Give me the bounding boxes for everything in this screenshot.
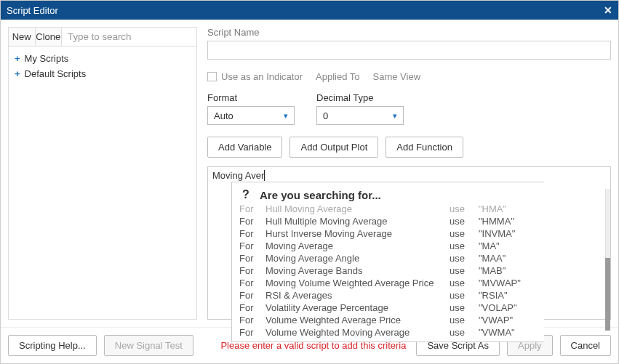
suggest-code: "INVMA" [479,228,537,239]
options-row: Use as an Indicator Applied To Same View [207,71,611,82]
expand-icon[interactable]: + [15,53,20,64]
action-buttons-row: Add Variable Add Output Plot Add Functio… [207,137,611,158]
scrollbar-track[interactable] [605,189,610,315]
content-area: New Clone +My Scripts +Default Scripts S… [1,20,618,327]
suggest-code: "HMMA" [479,216,537,227]
suggest-code: "MAA" [479,253,537,264]
script-name-label: Script Name [207,27,611,38]
autocomplete-item[interactable]: ForHull Moving Averageuse"HMA" [232,203,544,215]
suggest-use: use [450,203,479,214]
suggest-code: "VWAP" [479,315,537,325]
add-output-plot-button[interactable]: Add Output Plot [289,137,378,158]
applied-to-label: Applied To [316,71,359,82]
suggest-name: Volatility Average Percentage [265,302,450,313]
autocomplete-list: ForHull Moving Averageuse"HMA"ForHull Mu… [232,203,544,339]
tree-label: Default Scripts [25,68,87,79]
add-function-button[interactable]: Add Function [386,137,463,158]
script-editor-textarea[interactable]: Moving Aver ? Are you searching for... F… [207,166,611,320]
autocomplete-header: ? Are you searching for... [232,182,544,203]
autocomplete-item[interactable]: ForVolume Weighted Moving Averageuse"VWM… [232,326,544,339]
editor-panel: Script Name Use as an Indicator Applied … [207,27,611,320]
suggest-for: For [239,315,265,325]
autocomplete-item[interactable]: ForRSI & Averagesuse"RSIA" [232,289,544,302]
format-dropdown[interactable]: Auto ▾ [207,106,295,125]
suggest-code: "VWMA" [479,327,537,338]
autocomplete-item[interactable]: ForHurst Inverse Moving Averageuse"INVMA… [232,227,544,240]
autocomplete-item[interactable]: ForMoving Volume Weighted Average Priceu… [232,277,544,289]
suggest-for: For [239,278,265,288]
suggest-for: For [239,265,265,276]
suggest-for: For [239,327,265,338]
suggest-for: For [239,216,265,227]
decimal-type-label: Decimal Type [316,92,404,103]
footer-left: Scripting Help... New Signal Test [8,335,193,356]
use-as-indicator-checkbox[interactable]: Use as an Indicator [207,71,303,82]
suggest-name: Volume Weighted Moving Average [265,327,450,338]
checkbox-label: Use as an Indicator [221,71,303,82]
autocomplete-item[interactable]: ForMoving Averageuse"MA" [232,240,544,252]
suggest-name: Hull Moving Average [265,203,450,214]
window-title: Script Editor [7,5,58,16]
expand-icon[interactable]: + [15,68,20,79]
format-label: Format [207,92,295,103]
format-col: Format Auto ▾ [207,92,295,125]
autocomplete-popup: ? Are you searching for... ForHull Movin… [231,182,544,342]
new-button[interactable]: New [9,28,36,46]
script-name-input[interactable] [207,41,611,60]
scrollbar-thumb[interactable] [605,258,610,331]
chevron-down-icon: ▾ [284,111,288,121]
suggest-name: Volume Weighted Average Price [265,315,450,325]
suggest-use: use [450,216,479,227]
suggest-use: use [450,240,479,251]
suggest-use: use [450,327,479,338]
autocomplete-item[interactable]: ForMoving Average Bandsuse"MAB" [232,264,544,277]
suggest-use: use [450,265,479,276]
suggest-name: Hull Multiple Moving Average [265,216,450,227]
suggest-name: RSI & Averages [265,290,450,301]
question-icon: ? [239,188,252,201]
suggest-code: "MAB" [479,265,537,276]
scripting-help-button[interactable]: Scripting Help... [8,335,97,356]
scripts-tree-panel: New Clone +My Scripts +Default Scripts [8,27,197,320]
autocomplete-item[interactable]: ForMoving Average Angleuse"MAA" [232,252,544,264]
suggest-use: use [450,253,479,264]
clone-button[interactable]: Clone [36,28,63,46]
suggest-name: Hurst Inverse Moving Average [265,228,450,239]
suggest-use: use [450,302,479,313]
titlebar: Script Editor ✕ [1,1,618,20]
suggest-code: "HMA" [479,203,537,214]
suggest-name: Moving Average [265,240,450,251]
format-row: Format Auto ▾ Decimal Type 0 ▾ [207,92,611,125]
suggest-name: Moving Average Bands [265,265,450,276]
suggest-code: "MVWAP" [479,278,537,288]
dropdown-value: 0 [323,110,328,121]
suggest-for: For [239,240,265,251]
suggest-name: Moving Volume Weighted Average Price [265,278,450,288]
autocomplete-title: Are you searching for... [260,189,381,201]
suggest-name: Moving Average Angle [265,253,450,264]
autocomplete-item[interactable]: ForHull Multiple Moving Averageuse"HMMA" [232,215,544,227]
add-variable-button[interactable]: Add Variable [207,137,282,158]
cancel-button[interactable]: Cancel [560,335,611,356]
suggest-code: "VOLAP" [479,302,537,313]
decimal-type-dropdown[interactable]: 0 ▾ [316,106,404,125]
same-view-label: Same View [373,71,421,82]
suggest-code: "MA" [479,240,537,251]
tree-item-my-scripts[interactable]: +My Scripts [13,51,192,66]
tree-label: My Scripts [25,53,69,64]
script-editor-window: Script Editor ✕ New Clone +My Scripts +D… [0,0,619,364]
suggest-for: For [239,228,265,239]
close-icon[interactable]: ✕ [604,4,612,16]
tree-item-default-scripts[interactable]: +Default Scripts [13,66,192,81]
chevron-down-icon: ▾ [393,111,397,121]
suggest-for: For [239,253,265,264]
suggest-for: For [239,302,265,313]
suggest-use: use [450,278,479,288]
search-input[interactable] [62,28,196,46]
new-signal-test-button[interactable]: New Signal Test [104,335,193,356]
autocomplete-item[interactable]: ForVolume Weighted Average Priceuse"VWAP… [232,314,544,326]
scripts-tree: +My Scripts +Default Scripts [9,46,196,86]
left-toolbar: New Clone [9,28,196,46]
suggest-use: use [450,315,479,325]
autocomplete-item[interactable]: ForVolatility Average Percentageuse"VOLA… [232,302,544,314]
